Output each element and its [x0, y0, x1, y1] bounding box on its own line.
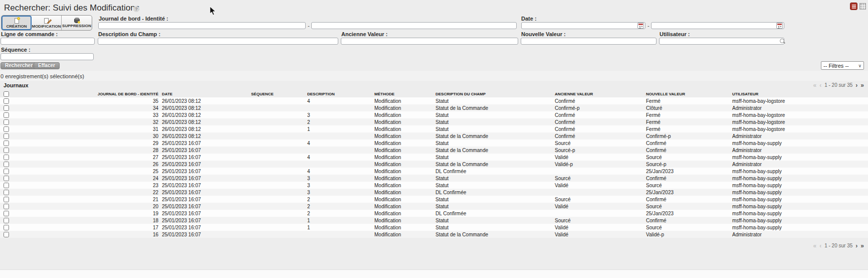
last-page-icon[interactable]: »	[860, 83, 864, 88]
user-lookup-icon[interactable]	[780, 39, 785, 44]
filters-dropdown[interactable]: -- Filtres -- ∨	[821, 61, 864, 70]
method-tabs: CRÉATION MODIFICATION SUPPRESSION	[1, 15, 92, 31]
list-view-icon[interactable]	[850, 3, 857, 10]
row-checkbox[interactable]	[4, 176, 9, 181]
tab-suppression[interactable]: SUPPRESSION	[62, 16, 92, 30]
journal-id-thru-input[interactable]	[311, 22, 517, 29]
row-checkbox[interactable]	[4, 155, 9, 160]
pagination-label: 1 - 20 sur 35	[824, 243, 852, 248]
cell-description: 4	[306, 154, 373, 161]
cell-champ: Statut	[434, 203, 553, 210]
first-page-icon[interactable]: «	[813, 243, 816, 248]
row-checkbox[interactable]	[4, 98, 9, 104]
cell-sequence	[250, 132, 306, 140]
cell-id: 31	[11, 125, 160, 132]
journal-id-from-input[interactable]	[98, 22, 306, 29]
tab-modification[interactable]: MODIFICATION	[32, 16, 62, 30]
row-checkbox[interactable]	[4, 183, 9, 188]
table-row: 2925/01/2023 16:074ModificationStatutSou…	[0, 140, 868, 147]
row-checkbox[interactable]	[4, 211, 9, 216]
view-switcher	[850, 3, 866, 10]
cell-description: 3	[306, 182, 373, 189]
header-champ: DESCRIPTION DU CHAMP	[434, 91, 553, 97]
cell-date: 26/01/2023 08:12	[160, 97, 250, 104]
cell-sequence	[250, 231, 306, 238]
cell-utilisateur: msff-homa-bay-supply	[731, 224, 868, 231]
row-checkbox[interactable]	[4, 162, 9, 167]
last-page-icon[interactable]: »	[860, 243, 864, 248]
cell-champ: Statut	[434, 125, 553, 132]
new-value-input[interactable]	[521, 38, 657, 45]
cell-description	[306, 104, 373, 111]
cell-description	[306, 132, 373, 140]
cell-sequence	[250, 168, 306, 175]
grid-view-icon[interactable]	[859, 3, 866, 10]
date-from-input[interactable]	[521, 22, 645, 29]
cell-champ: Statut de la Commande	[434, 104, 553, 111]
row-checkbox[interactable]	[4, 190, 9, 195]
cell-methode: Modification	[373, 168, 434, 175]
journal-range-dash: -	[308, 23, 310, 29]
pagination-bottom: « ‹ 1 - 20 sur 35 › »	[813, 243, 864, 248]
cell-description: 2	[306, 118, 373, 125]
page-title: Rechercher: Suivi des Modifications	[4, 3, 139, 13]
cell-methode: Modification	[373, 154, 434, 161]
cell-nouvelle: 25/Jan/2023	[644, 168, 731, 175]
row-checkbox[interactable]	[4, 133, 9, 139]
prev-page-icon[interactable]: ‹	[819, 83, 821, 88]
cell-description: 2	[306, 203, 373, 210]
cell-nouvelle: Confirmé	[644, 147, 731, 154]
row-checkbox[interactable]	[4, 225, 9, 230]
cell-ancienne: Sourcé	[553, 140, 644, 147]
row-checkbox[interactable]	[4, 218, 9, 223]
cell-date: 25/01/2023 16:07	[160, 231, 250, 238]
clear-button[interactable]: Effacer	[34, 62, 60, 69]
row-checkbox[interactable]	[4, 148, 9, 153]
search-button[interactable]: Rechercher	[1, 62, 37, 69]
tab-creation[interactable]: CRÉATION	[2, 16, 32, 30]
cell-nouvelle: Sourcé	[644, 154, 731, 161]
select-all-checkbox[interactable]	[4, 91, 9, 97]
cell-champ: Statut	[434, 175, 553, 182]
cell-description: 4	[306, 140, 373, 147]
user-label: Utilisateur :	[660, 31, 690, 37]
cell-utilisateur: Administrator	[731, 104, 868, 111]
cell-date: 26/01/2023 08:12	[160, 132, 250, 140]
table-row: 1825/01/2023 16:071ModificationStatutSou…	[0, 217, 868, 224]
cell-ancienne: Confirmé	[553, 132, 644, 140]
cell-sequence	[250, 97, 306, 104]
row-checkbox[interactable]	[4, 197, 9, 202]
cell-description: 1	[306, 217, 373, 224]
row-checkbox[interactable]	[4, 119, 9, 125]
cell-date: 25/01/2023 16:07	[160, 147, 250, 154]
first-page-icon[interactable]: «	[813, 83, 816, 88]
user-input[interactable]	[659, 38, 784, 45]
order-line-input[interactable]	[1, 38, 95, 45]
row-checkbox[interactable]	[4, 204, 9, 209]
old-value-input[interactable]	[341, 38, 518, 45]
row-checkbox[interactable]	[4, 112, 9, 118]
date-thru-input[interactable]	[651, 22, 784, 29]
cell-utilisateur: msff-homa-bay-logstore	[731, 97, 868, 104]
row-checkbox[interactable]	[4, 141, 9, 146]
prev-page-icon[interactable]: ‹	[819, 243, 821, 248]
cell-id: 35	[11, 97, 160, 104]
help-icon[interactable]: ?	[133, 6, 139, 12]
row-checkbox[interactable]	[4, 105, 9, 111]
sequence-input[interactable]	[1, 53, 94, 60]
row-checkbox[interactable]	[4, 126, 9, 132]
next-page-icon[interactable]: ›	[855, 243, 857, 248]
cell-description: 1	[306, 125, 373, 132]
calendar-icon[interactable]	[776, 23, 783, 29]
table-row: 1925/01/2023 16:072ModificationDL Confir…	[0, 210, 868, 217]
cell-utilisateur: msff-homa-bay-supply	[731, 217, 868, 224]
order-line-label: Ligne de commande :	[1, 31, 58, 37]
field-description-input[interactable]	[98, 38, 338, 45]
cell-methode: Modification	[373, 231, 434, 238]
cell-champ: DL Confirmée	[434, 210, 553, 217]
next-page-icon[interactable]: ›	[855, 83, 857, 88]
row-checkbox[interactable]	[4, 232, 9, 237]
cell-date: 25/01/2023 16:07	[160, 168, 250, 175]
calendar-icon[interactable]	[637, 23, 644, 29]
row-checkbox[interactable]	[4, 169, 9, 174]
